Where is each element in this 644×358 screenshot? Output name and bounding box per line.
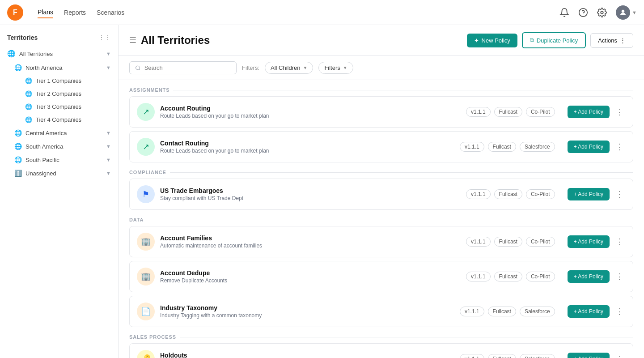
copy-icon: ⧉: [530, 37, 534, 44]
content-area: ☰ All Territories ✦ New Policy ⧉ Duplica…: [119, 25, 644, 358]
policy-tags: v1.1.1FullcastSalesforce: [460, 142, 555, 152]
sidebar-item-all-territories[interactable]: 🌐 All Territories ▼: [0, 47, 118, 61]
section-label: DATA: [129, 217, 633, 222]
policy-actions: + Add Policy ⋮: [568, 305, 626, 318]
policy-card: 📄 Industry Taxonomy Industry Tagging wit…: [129, 296, 633, 327]
policy-actions: + Add Policy ⋮: [568, 188, 626, 200]
nav-plans[interactable]: Plans: [38, 7, 53, 18]
globe-icon: 🌐: [7, 50, 16, 58]
sidebar-item-south-pacific[interactable]: 🌐 South Pacific ▼: [7, 153, 118, 166]
chevron-down-icon: ▼: [343, 65, 347, 70]
filters-button[interactable]: Filters ▼: [318, 62, 353, 74]
sidebar-item-tier1[interactable]: 🌐 Tier 1 Companies: [18, 74, 118, 87]
bell-icon[interactable]: [559, 8, 569, 17]
main-layout: Territories ⋮⋮ 🌐 All Territories ▼ 🌐 Nor…: [0, 25, 644, 358]
user-menu[interactable]: ▼: [616, 5, 637, 20]
add-policy-button[interactable]: + Add Policy: [568, 188, 610, 200]
sidebar-item-tier3[interactable]: 🌐 Tier 3 Companies: [18, 100, 118, 113]
globe-icon: 🌐: [14, 156, 22, 163]
sidebar-item-central-america[interactable]: 🌐 Central America ▼: [7, 126, 118, 140]
chevron-right-icon: ▼: [106, 144, 111, 149]
globe-icon: 🌐: [14, 143, 22, 150]
policy-desc: Route Leads based on your go to market p…: [160, 148, 454, 154]
nav-scenarios[interactable]: Scenarios: [97, 7, 124, 18]
logo: F: [7, 4, 23, 21]
all-children-filter[interactable]: All Children ▼: [265, 62, 313, 74]
add-policy-button[interactable]: + Add Policy: [568, 353, 610, 358]
policy-tags: v1.1.1FullcastSalesforce: [460, 307, 555, 316]
sidebar-item-unassigned[interactable]: ℹ️ Unassigned ▼: [7, 166, 118, 180]
tag: v1.1.1: [460, 307, 484, 316]
search-box[interactable]: [129, 61, 237, 74]
tag: Fullcast: [494, 272, 522, 281]
policy-desc: Remove Duplicate Accounts: [160, 277, 461, 284]
tag: Co-Pilot: [526, 237, 555, 247]
policy-desc: Industry Tagging with a common taxonomy: [160, 312, 454, 319]
section-label: SALES PROCESS: [129, 334, 633, 340]
chevron-down-icon: ▼: [106, 51, 111, 56]
sparkle-icon: ✦: [474, 37, 479, 44]
sidebar-item-tier2[interactable]: 🌐 Tier 2 Companies: [18, 87, 118, 100]
chevron-right-icon: ▼: [106, 170, 111, 176]
more-options-button[interactable]: ⋮: [613, 270, 626, 283]
chevron-down-icon: ▼: [632, 10, 637, 15]
svg-line-5: [139, 69, 140, 70]
tag: Fullcast: [494, 237, 522, 247]
actions-button[interactable]: Actions ⋮: [590, 33, 633, 48]
policy-info: Industry Taxonomy Industry Tagging with …: [160, 304, 454, 319]
duplicate-policy-button[interactable]: ⧉ Duplicate Policy: [522, 32, 586, 48]
policy-actions: + Add Policy ⋮: [568, 270, 626, 283]
chevron-right-icon: ▼: [106, 157, 111, 162]
policy-icon: 🏢: [137, 233, 155, 251]
chevron-down-icon: ▼: [303, 65, 307, 70]
more-options-button[interactable]: ⋮: [613, 141, 626, 153]
policy-icon: ↗: [137, 103, 155, 121]
policy-tags: v1.1.1FullcastSalesforce: [460, 354, 555, 358]
add-policy-button[interactable]: + Add Policy: [568, 270, 610, 283]
more-options-button[interactable]: ⋮: [613, 106, 626, 118]
more-options-button[interactable]: ⋮: [613, 235, 626, 248]
add-policy-button[interactable]: + Add Policy: [568, 106, 610, 118]
sidebar-item-label: Tier 1 Companies: [36, 77, 81, 84]
tag: Fullcast: [488, 307, 516, 316]
section-data: DATA 🏢 Account Families Automatic mainte…: [129, 217, 633, 327]
gear-icon[interactable]: [597, 8, 607, 17]
add-policy-button[interactable]: + Add Policy: [568, 305, 610, 318]
policy-name: Holdouts: [160, 352, 454, 358]
policy-tags: v1.1.1FullcastCo-Pilot: [466, 107, 555, 117]
avatar: [616, 5, 630, 20]
policy-icon: ↗: [137, 138, 155, 156]
more-options-button[interactable]: ⋮: [613, 305, 626, 318]
chevron-down-icon: ▼: [106, 65, 111, 70]
hamburger-icon[interactable]: ☰: [129, 35, 136, 45]
policy-card: ↗ Account Routing Route Leads based on y…: [129, 96, 633, 128]
more-options-button[interactable]: ⋮: [613, 353, 626, 358]
tag: Salesforce: [520, 354, 555, 358]
policy-name: Contact Routing: [160, 140, 454, 147]
policy-actions: + Add Policy ⋮: [568, 141, 626, 153]
sidebar-item-label: Unassigned: [25, 170, 56, 177]
search-icon: [135, 65, 141, 71]
sidebar-item-label: Tier 4 Companies: [36, 116, 81, 123]
page-title: All Territories: [141, 34, 210, 47]
tag: Fullcast: [494, 107, 522, 117]
top-nav: F Plans Reports Scenarios ▼: [0, 0, 644, 25]
policy-icon: ⚑: [137, 185, 155, 203]
sidebar-item-south-america[interactable]: 🌐 South America ▼: [7, 140, 118, 153]
search-input[interactable]: [144, 64, 231, 71]
policy-icon: 🔑: [137, 350, 155, 358]
nav-reports[interactable]: Reports: [64, 7, 86, 18]
policy-icon: 🏢: [137, 268, 155, 286]
add-policy-button[interactable]: + Add Policy: [568, 141, 610, 153]
policy-tags: v1.1.1FullcastCo-Pilot: [466, 272, 555, 281]
new-policy-button[interactable]: ✦ New Policy: [467, 34, 517, 47]
sidebar-item-north-america[interactable]: 🌐 North America ▼: [7, 61, 118, 74]
section-sales-process: SALES PROCESS 🔑 Holdouts Manage Holdouts…: [129, 334, 633, 358]
sidebar-menu-icon[interactable]: ⋮⋮: [98, 34, 111, 41]
add-policy-button[interactable]: + Add Policy: [568, 235, 610, 248]
help-icon[interactable]: [578, 8, 588, 17]
policy-card: ⚑ US Trade Embargoes Stay compliant with…: [129, 179, 633, 210]
more-options-button[interactable]: ⋮: [613, 188, 626, 200]
sidebar-item-tier4[interactable]: 🌐 Tier 4 Companies: [18, 113, 118, 126]
policy-actions: + Add Policy ⋮: [568, 235, 626, 248]
